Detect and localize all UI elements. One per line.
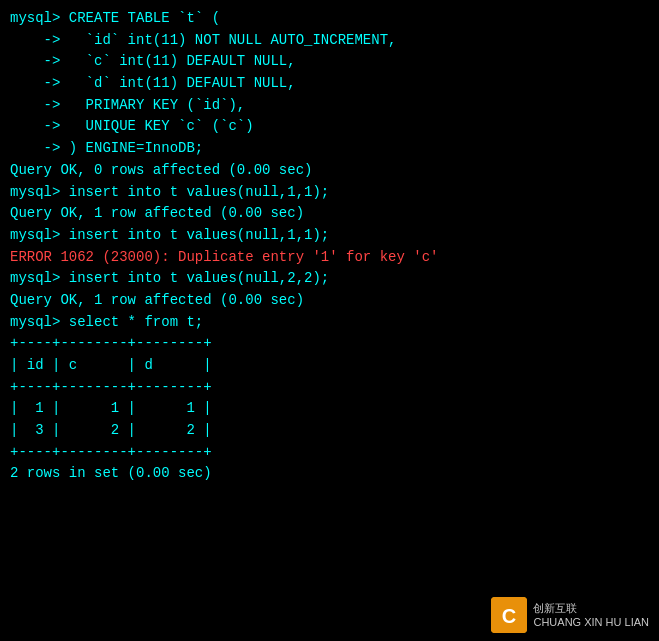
watermark-pinyin: CHUANG XIN HU LIAN xyxy=(533,615,649,629)
terminal-line-l18: mysql> select * from t; xyxy=(10,312,649,334)
terminal-line-l16: Query OK, 1 row affected (0.00 sec) xyxy=(10,290,649,312)
watermark-logo: C xyxy=(491,597,527,633)
terminal-line-l7: -> ) ENGINE=InnoDB; xyxy=(10,138,649,160)
terminal-line-l1: mysql> CREATE TABLE `t` ( xyxy=(10,8,649,30)
terminal-line-l11: Query OK, 1 row affected (0.00 sec) xyxy=(10,203,649,225)
watermark-chinese: 创新互联 xyxy=(533,601,577,615)
terminal-line-l2: -> `id` int(11) NOT NULL AUTO_INCREMENT, xyxy=(10,30,649,52)
terminal-line-l8: Query OK, 0 rows affected (0.00 sec) xyxy=(10,160,649,182)
terminal-line-l20: | id | c | d | xyxy=(10,355,649,377)
terminal-line-l19: +----+--------+--------+ xyxy=(10,333,649,355)
terminal-line-l5: -> PRIMARY KEY (`id`), xyxy=(10,95,649,117)
terminal-line-l21: +----+--------+--------+ xyxy=(10,377,649,399)
watermark-text-block: 创新互联 CHUANG XIN HU LIAN xyxy=(533,601,649,630)
terminal-line-l22: | 1 | 1 | 1 | xyxy=(10,398,649,420)
terminal-line-l13: mysql> insert into t values(null,1,1); xyxy=(10,225,649,247)
terminal-output: mysql> CREATE TABLE `t` ( -> `id` int(11… xyxy=(10,8,649,485)
terminal-line-l25: 2 rows in set (0.00 sec) xyxy=(10,463,649,485)
terminal-line-l6: -> UNIQUE KEY `c` (`c`) xyxy=(10,116,649,138)
terminal-line-l10: mysql> insert into t values(null,1,1); xyxy=(10,182,649,204)
terminal-line-l15: mysql> insert into t values(null,2,2); xyxy=(10,268,649,290)
terminal-line-l4: -> `d` int(11) DEFAULT NULL, xyxy=(10,73,649,95)
terminal-line-l14: ERROR 1062 (23000): Duplicate entry '1' … xyxy=(10,247,649,269)
watermark: C 创新互联 CHUANG XIN HU LIAN xyxy=(491,597,649,633)
terminal-line-l23: | 3 | 2 | 2 | xyxy=(10,420,649,442)
terminal-window: mysql> CREATE TABLE `t` ( -> `id` int(11… xyxy=(0,0,659,641)
svg-text:C: C xyxy=(502,605,516,627)
terminal-line-l3: -> `c` int(11) DEFAULT NULL, xyxy=(10,51,649,73)
terminal-line-l24: +----+--------+--------+ xyxy=(10,442,649,464)
